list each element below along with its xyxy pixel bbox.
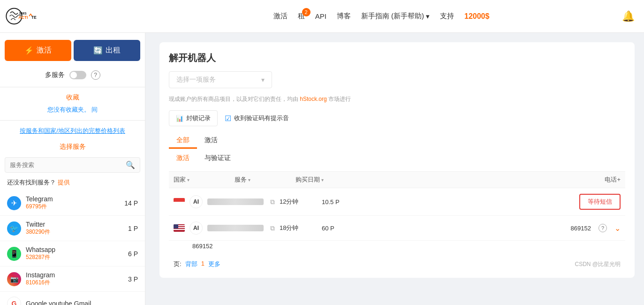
service-name-col-telegram: Telegram 69795件 [26,195,124,211]
nav-blog[interactable]: 博客 [337,12,351,21]
page-1[interactable]: 1 [201,260,205,268]
instagram-icon: 📷 [7,272,21,286]
search-icon[interactable]: 🔍 [126,160,135,169]
service-name-col-instagram: Instagram 810616件 [26,271,128,287]
rent-button[interactable]: 🔄 出租 [74,40,140,61]
main-card: 解开机器人 选择一项服务 ▾ 现成账户的所有商品项目，以及对它们的责任，均由 h… [159,42,635,278]
nav-api[interactable]: API [315,12,326,20]
col-date[interactable]: 购买日期 ▾ [295,175,361,184]
svg-text:TE: TE [31,15,37,20]
copy-icon-1[interactable]: ⧉ [270,198,275,206]
tabs-row-2: 激活 与验证证 [169,151,625,167]
bar-chart-icon: 📊 [176,115,183,122]
col-service[interactable]: 服务 ▾ [235,175,291,184]
layout: ⚡ 激活 🔄 出租 多服务 ? 收藏 您没有收藏夹。 间 按服务和国家/地区列出… [0,33,644,305]
flag-indonesia [174,198,185,206]
telegram-icon: ✈ [7,196,21,210]
service-dropdown[interactable]: 选择一项服务 ▾ [169,71,272,88]
no-favorites: 您没有收藏夹。 间 [0,104,145,118]
activate-icon: ⚡ [24,46,34,55]
card-title: 解开机器人 [169,52,625,64]
sub-row-2: 869152 [169,241,625,255]
sidebar-btn-group: ⚡ 激活 🔄 出租 [0,40,145,61]
service-sort-icon: ▾ [248,177,250,183]
activate-button[interactable]: ⚡ 激活 [5,40,71,61]
service-item-instagram[interactable]: 📷 Instagram 810616件 3 P [0,267,145,292]
copy-icon-2[interactable]: ⧉ [270,224,275,232]
rent-icon: 🔄 [93,46,103,55]
google-icon: G [7,297,21,305]
col-phone: 电话+ [605,175,621,184]
choose-service-title: 选择服务 [0,139,145,155]
price-list-link[interactable]: 按服务和国家/地区列出的完整价格列表 [0,123,145,139]
service-item-whatsapp[interactable]: 📱 Whatsapp 528287件 6 P [0,241,145,267]
divider-1 [0,87,145,87]
wait-sms-button-1[interactable]: 等待短信 [579,194,621,210]
multi-service-row: 多服务 ? [0,68,145,84]
sidebar: ⚡ 激活 🔄 出租 多服务 ? 收藏 您没有收藏夹。 间 按服务和国家/地区列出… [0,33,145,305]
time-1: 12分钟 [280,198,317,206]
date-sort-icon: ▾ [321,177,324,183]
twitter-icon: 🐦 [7,221,21,236]
service-item-telegram[interactable]: ✈ Telegram 69795件 14 P [0,191,145,216]
table-row-2: AI ⧉ 18分钟 60 P 869152 ? ⌄ [169,216,625,241]
service-name-col-twitter: Twitter 380290件 [26,221,128,236]
divider-2 [0,120,145,121]
col-country[interactable]: 国家 ▾ [174,175,230,184]
suggest-link[interactable]: 提供 [58,178,70,187]
multi-service-label: 多服务 [45,71,65,79]
header: SMS ACTI TE 激活 租 2 API 博客 新手指南 (新手帮助) ▾ … [0,0,644,33]
checkbox-icon: ☑ [225,114,231,123]
price-1: 10.5 P [322,198,350,206]
checkbox-sound-row[interactable]: ☑ 收到验证码有提示音 [225,114,289,123]
service-item-google[interactable]: G Google,youtube,Gmail [0,292,145,305]
logo-icon[interactable]: SMS ACTI TE [5,3,42,29]
favorites-title: 收藏 [0,90,145,104]
nav-badge-wrap: 租 2 [298,12,305,21]
tab-verify[interactable]: 与验证证 [197,151,238,167]
nav-support[interactable]: 支持 [440,12,454,21]
flag-usa [174,224,185,232]
service-logo-ai-1: AI [189,195,203,208]
help-question-2[interactable]: ? [599,224,607,232]
nav-new-guide[interactable]: 新手指南 (新手帮助) ▾ [361,12,430,21]
info-text: 现成账户的所有商品项目，以及对它们的责任，均由 hStock.org 市场进行 [169,95,625,103]
table-row-1: AI ⧉ 12分钟 10.5 P 等待短信 [169,188,625,216]
not-found-row: 还没有找到服务？ 提供 [0,176,145,191]
multi-service-help[interactable]: ? [91,70,100,80]
service-select-row: 选择一项服务 ▾ [169,71,625,88]
service-list: ✈ Telegram 69795件 14 P 🐦 Twitter 380290件… [0,191,145,305]
time-2: 18分钟 [280,224,317,232]
whatsapp-icon: 📱 [7,247,21,261]
logo-area: SMS ACTI TE [5,3,150,29]
number-val-2: 869152 [571,225,591,232]
chevron-down-icon-2[interactable]: ⌄ [614,224,621,233]
nav-balance[interactable]: 12000$ [464,12,489,21]
watermark: CSDN @比星光明 [575,260,621,268]
phone-blur-1 [207,198,264,205]
hstock-link[interactable]: hStock.org [300,96,326,102]
search-input[interactable] [10,161,126,168]
country-sort-icon: ▾ [187,177,189,183]
dropdown-arrow-icon: ▾ [261,76,265,84]
tab-activate[interactable]: 激活 [197,133,225,149]
service-item-twitter[interactable]: 🐦 Twitter 380290件 1 P [0,216,145,241]
service-name-col-whatsapp: Whatsapp 528287件 [26,246,128,261]
phone-blur-2 [207,225,264,231]
pagination-left: 页: 背部 1 更多 [174,260,220,268]
pagination-row: 页: 背部 1 更多 CSDN @比星光明 [169,255,625,268]
service-name-col-google: Google,youtube,Gmail [26,300,138,305]
lock-records-button[interactable]: 📊 封锁记录 [169,110,218,126]
nav-badge: 2 [302,8,311,16]
table-header: 国家 ▾ 服务 ▾ 购买日期 ▾ 电话+ [169,171,625,188]
bell-icon[interactable]: 🔔 [622,10,635,23]
svg-text:ACTI: ACTI [18,15,28,20]
tab-activate-link[interactable]: 激活 [169,151,197,167]
nav-activate[interactable]: 激活 [273,12,288,21]
action-row: 📊 封锁记录 ☑ 收到验证码有提示音 [169,110,625,126]
search-bar: 🔍 [5,157,140,173]
tab-all[interactable]: 全部 [169,133,197,149]
multi-service-toggle[interactable] [69,71,86,79]
price-2: 60 P [322,225,350,232]
main-content: 解开机器人 选择一项服务 ▾ 现成账户的所有商品项目，以及对它们的责任，均由 h… [145,33,644,305]
